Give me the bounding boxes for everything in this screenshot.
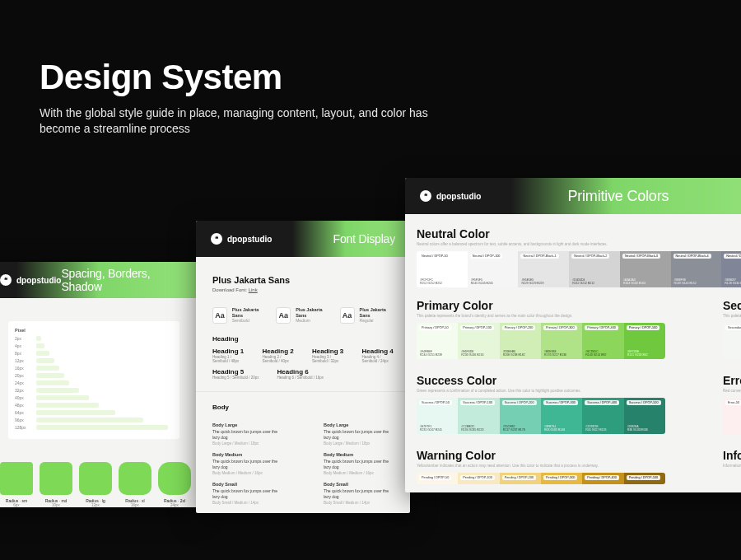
quote-icon: ❝ [211, 233, 222, 245]
color-swatch: Neutral / DPOP-Black-3#A3A3A3R163 G163 B… [620, 251, 671, 287]
color-swatch: Pending / DPOP-400 [582, 473, 623, 484]
heading-spec: Heading 3Heading 3 / Semibold / 32px [312, 348, 344, 363]
success-swatches: Success / DPOP-50#E7F7F1R231 G247 B241Su… [417, 398, 665, 434]
spacing-row: 12px [15, 358, 173, 363]
success-title: Success Color [417, 374, 665, 387]
body-column: Body LargeThe quick brown fox jumps over… [212, 416, 282, 505]
color-swatch: Neutral / DPOP-Black-5#808697R128 G134 B… [721, 251, 741, 287]
radius-item: Radius · lg12px [79, 462, 112, 507]
body-section-label: Body [212, 404, 394, 411]
warning-group: Warning Color Yellow/amber indicates tha… [417, 449, 665, 484]
font-download-link[interactable]: Link [249, 287, 258, 292]
spacing-panel-title: Spacing, Borders, Shadow [61, 267, 183, 293]
brand-label: dpopstudio [227, 235, 272, 244]
primary-title: Primary Color [417, 299, 665, 312]
color-swatch: Success / DPOP-200#75CFB2R117 G207 B178 [500, 398, 541, 434]
page-title: Design System [40, 58, 501, 97]
spacing-scale-card: Pixel 2px4px8px12px16px20px24px32px40px4… [8, 321, 179, 439]
color-swatch: Pending / DPOP-300 [541, 473, 582, 484]
radius-item: Radius · md10px [40, 462, 72, 507]
color-swatch: Neutral / DPOP-Black-1#E5E5E5R229 G229 B… [518, 251, 569, 287]
spacing-row: 96px [15, 418, 173, 422]
heading-spec: Heading 6Heading 6 / Semibold / 16px [277, 368, 324, 380]
neutral-title: Neutral Color [417, 227, 741, 240]
color-swatch: Pending / DPOP-100 [458, 473, 499, 484]
brand: ❝ dpopstudio [420, 190, 481, 202]
color-swatch: Success / DPOP-50#E7F7F1R231 G247 B241 [417, 398, 458, 434]
color-swatch: Pending / DPOP-500 [624, 473, 665, 484]
secondary-swatch: Secondary-50 [723, 323, 741, 359]
secondary-group: Secondary This palette represents the se… [723, 299, 741, 371]
error-desc: Red conveys warnings or critical messagi… [723, 389, 741, 393]
font-sample: AaPlus Jakarta SansSemibold [212, 307, 266, 324]
heading-spec: Heading 4Heading 4 / Semibold / 24px [362, 348, 394, 363]
font-samples: AaPlus Jakarta SansSemiboldAaPlus Jakart… [212, 307, 394, 324]
font-panel-header: ❝ dpopstudio Font Display [196, 221, 410, 257]
info-desc: Informational messaging accent. [723, 464, 741, 468]
success-desc: Green represents a confirmation of a com… [417, 389, 665, 393]
color-swatch: Pending / DPOP-200 [500, 473, 541, 484]
color-swatch: Primary / DPOP-300#B0E388R176 G227 B136 [541, 323, 582, 359]
quote-icon: ❝ [420, 190, 431, 202]
color-swatch: Primary / DPOP-50#F4FBEFR244 G251 B239 [417, 323, 458, 359]
color-swatch: Primary / DPOP-100#E6F6D8R230 G246 B216 [458, 323, 499, 359]
radius-strip: Radius · sm6pxRadius · md10pxRadius · lg… [0, 462, 198, 507]
spacing-row: 2px [15, 336, 173, 341]
info-group: Info Color Informational messaging accen… [723, 449, 741, 484]
neutral-desc: Neutral colors offer a balanced spectrum… [417, 242, 680, 246]
color-swatch: Success / DPOP-400#2D9D7ER45 G157 B126 [582, 398, 623, 434]
color-swatch: Neutral / DPOP-Black-2#D4D4D4R212 G212 B… [569, 251, 620, 287]
spacing-row: 16px [15, 366, 173, 371]
spacing-panel: ❝ dpopstudio Spacing, Borders, Shadow Pi… [0, 262, 198, 507]
secondary-title: Secondary [723, 299, 741, 312]
font-sample: AaPlus Jakarta SansRegular [340, 307, 394, 324]
brand-label: dpopstudio [436, 192, 481, 201]
primary-swatches: Primary / DPOP-50#F4FBEFR244 G251 B239Pr… [417, 323, 665, 359]
brand: ❝ dpopstudio [0, 274, 61, 286]
heading-spec: Heading 2Heading 2 / Semibold / 40px [263, 348, 295, 363]
color-swatch: Neutral / DPOP-Black-4#8B8F98R139 G143 B… [671, 251, 722, 287]
quote-icon: ❝ [0, 274, 12, 286]
font-panel: ❝ dpopstudio Font Display Plus Jakarta S… [196, 221, 410, 513]
heading-spec: Heading 1Heading 1 / Semibold / 48px [212, 348, 245, 363]
warning-desc: Yellow/amber indicates that an action ma… [417, 464, 665, 468]
spacing-row: 48px [15, 403, 173, 408]
info-title: Info Color [723, 449, 741, 462]
spacing-section-label: Pixel [15, 328, 173, 333]
spacing-row: 4px [15, 343, 173, 348]
color-swatch: Primary / DPOP-400#8CD65CR140 G214 B92 [582, 323, 623, 359]
font-panel-title: Font Display [333, 232, 395, 245]
font-download: Download Font: Link [212, 287, 394, 292]
radius-item: Radius · 2xl24px [158, 462, 191, 507]
radius-item: Radius · sm6px [0, 462, 33, 507]
brand: ❝ dpopstudio [211, 233, 272, 245]
color-swatch: Primary / DPOP-500#6FC83ER111 G200 B62 [624, 323, 665, 359]
heading-spec: Heading 5Heading 5 / Semibold / 20px [212, 368, 259, 380]
spacing-row: 20px [15, 373, 173, 378]
primary-group: Primary Color This palette represents th… [417, 299, 665, 359]
colors-panel-header: ❝ dpopstudio Primitive Colors Col [405, 178, 741, 214]
color-swatch: Success / DPOP-300#3FB794R63 G183 B148 [541, 398, 582, 434]
spacing-row: 24px [15, 380, 173, 385]
spacing-row: 64px [15, 410, 173, 415]
neutral-swatches: Neutral / DPOP-50#FCFCFCR252 G252 B252Ne… [417, 251, 741, 287]
color-swatch: Success / DPOP-100#C2EBDCR194 G235 B220 [458, 398, 499, 434]
colors-panel: ❝ dpopstudio Primitive Colors Col Neutra… [405, 178, 741, 492]
error-title: Error Color [723, 374, 741, 387]
spacing-row: 32px [15, 388, 173, 393]
body-column: Body LargeThe quick brown fox jumps over… [324, 416, 394, 505]
color-swatch: Pending / DPOP-50 [417, 473, 458, 484]
primary-desc: This palette represents the brand's iden… [417, 314, 665, 318]
color-swatch: Success / DPOP-500#26826AR38 G130 B106 [624, 398, 665, 434]
colors-panel-title: Primitive Colors [567, 188, 669, 205]
spacing-row: 128px [15, 425, 173, 430]
error-swatch: Error-50 [723, 398, 741, 434]
radius-item: Radius · xl16px [119, 462, 151, 507]
color-swatch: Neutral / DPOP-50#FCFCFCR252 G252 B252 [417, 251, 468, 287]
font-family-name: Plus Jakarta Sans [212, 275, 394, 285]
page-subtitle: With the global style guide in place, ma… [40, 105, 435, 137]
neutral-group: Neutral Color Neutral colors offer a bal… [417, 227, 741, 287]
color-swatch: Primary / DPOP-200#D0EEB6R208 G238 B182 [500, 323, 541, 359]
heading-section-label: Heading [212, 335, 394, 343]
font-sample: AaPlus Jakarta SansMedium [276, 307, 329, 324]
